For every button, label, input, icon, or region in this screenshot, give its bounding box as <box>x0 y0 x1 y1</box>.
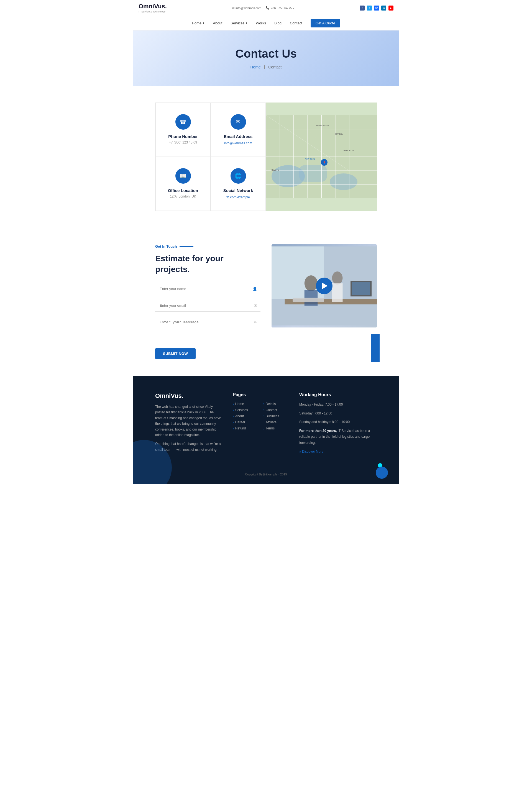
hero-section: Contact Us Home | Contact <box>133 31 399 86</box>
location-title: Office Location <box>161 188 205 193</box>
svg-point-30 <box>332 271 343 285</box>
nav-services[interactable]: Services + <box>230 21 247 25</box>
map: MANHATTAN HARLEM BROOKLYN Bayonne New Yo… <box>266 102 377 211</box>
phone-card: ☎ Phone Number +7 (800) 123 45 69 <box>155 103 211 157</box>
nav-about[interactable]: About <box>213 21 222 25</box>
footer-hours: Working Hours Monday - Friday: 7:00 - 17… <box>299 392 377 456</box>
site-footer: OmniVus. The web has changed a lot since… <box>133 376 399 484</box>
footer-link-contact[interactable]: Contact <box>263 408 288 412</box>
tag-line <box>179 246 193 247</box>
svg-rect-32 <box>292 298 324 302</box>
email-field-group: ✉ <box>155 300 261 312</box>
footer-link-about[interactable]: About <box>233 414 258 418</box>
footer-brand: OmniVus. The web has changed a lot since… <box>155 392 222 456</box>
footer-hours-desc: For more then 30 years, IT Service has b… <box>299 428 377 446</box>
footer-link-business[interactable]: Business <box>263 414 288 418</box>
behance-link[interactable]: Bē <box>374 5 379 11</box>
email-icon: ✉ <box>230 114 246 130</box>
edit-icon: ✏ <box>254 320 257 324</box>
footer-link-terms[interactable]: Terms <box>263 426 288 430</box>
nav-works[interactable]: Works <box>256 21 266 25</box>
name-input[interactable] <box>155 283 261 295</box>
footer-link-details[interactable]: Details <box>263 402 288 406</box>
footer-dot-blue <box>376 466 388 479</box>
breadcrumb-current: Contact <box>268 65 282 69</box>
estimate-video-area <box>271 244 377 359</box>
estimate-section: Get In Touch Estimate for your projects.… <box>133 228 399 376</box>
breadcrumb-separator: | <box>264 65 265 69</box>
footer-hours-saturday: Saturday: 7:00 - 12:00 <box>299 410 377 417</box>
svg-rect-34 <box>352 282 370 295</box>
site-header: OmniVus. IT Service & Technology ✉ info@… <box>133 0 399 16</box>
contact-cards: ☎ Phone Number +7 (800) 123 45 69 ✉ Emai… <box>155 102 266 211</box>
social-card: 🌐 Social Network fb.com/example <box>211 157 266 211</box>
email-card: ✉ Email Address info@webmail.com <box>211 103 266 157</box>
footer-pages-title: Pages <box>233 392 288 397</box>
footer-link-home[interactable]: Home <box>233 402 258 406</box>
submit-button[interactable]: Submit Now <box>155 348 196 359</box>
contact-info-section: ☎ Phone Number +7 (800) 123 45 69 ✉ Emai… <box>133 86 399 228</box>
footer-link-career[interactable]: Career <box>233 420 258 424</box>
phone-icon: 📞 <box>266 6 270 10</box>
page-title: Contact Us <box>138 47 394 60</box>
location-icon: 📖 <box>175 168 191 184</box>
svg-text:MANHATTAN: MANHATTAN <box>316 125 329 127</box>
nav-home[interactable]: Home + <box>192 21 205 25</box>
svg-rect-3 <box>299 165 327 182</box>
footer-link-services[interactable]: Services <box>233 408 258 412</box>
main-nav: Home + About Services + Works Blog Conta… <box>133 16 399 31</box>
footer-pages-list: Home Details Services Contact About Busi… <box>233 402 288 430</box>
breadcrumb-home[interactable]: Home <box>250 65 261 69</box>
phone-value: +7 (800) 123 45 69 <box>161 140 205 144</box>
nav-contact[interactable]: Contact <box>290 21 302 25</box>
svg-rect-31 <box>332 283 343 302</box>
svg-text:Bayonne: Bayonne <box>271 169 279 171</box>
tag-label: Get In Touch <box>155 244 177 249</box>
estimate-form-area: Get In Touch Estimate for your projects.… <box>155 244 261 359</box>
svg-point-28 <box>305 275 318 291</box>
logo-text: OmniVus. <box>138 3 167 10</box>
facebook-link[interactable]: f <box>360 5 365 11</box>
header-phone: 📞 786 875 864 75 7 <box>266 6 294 10</box>
email-input[interactable] <box>155 300 261 312</box>
twitter-link[interactable]: t <box>367 5 372 11</box>
social-links: f t Bē in ▶ <box>360 5 394 11</box>
email-icon: ✉ <box>232 6 234 10</box>
hours-highlight: For more then 30 years, <box>299 429 337 433</box>
name-field-group: 👤 <box>155 283 261 295</box>
logo[interactable]: OmniVus. IT Service & Technology <box>138 3 167 13</box>
svg-text:BROOKLYN: BROOKLYN <box>344 150 354 152</box>
video-image <box>271 244 377 327</box>
footer-pages: Pages Home Details Services Contact Abou… <box>233 392 288 456</box>
footer-link-affiliate[interactable]: Affiliate <box>263 420 288 424</box>
logo-subtitle: IT Service & Technology <box>138 10 167 13</box>
play-button[interactable] <box>316 277 332 294</box>
email-value[interactable]: info@webmail.com <box>224 141 252 145</box>
social-title: Social Network <box>216 188 260 193</box>
social-value[interactable]: fb.com/example <box>226 195 250 199</box>
footer-hours-weekday: Monday - Friday: 7:00 - 17:00 <box>299 402 377 408</box>
footer-brand-desc1: The web has changed a lot since Vitaly p… <box>155 404 222 438</box>
discover-more-link[interactable]: » Discover More <box>299 449 323 454</box>
location-card: 📖 Office Location 12/A, London, UK <box>155 157 211 211</box>
youtube-link[interactable]: ▶ <box>388 5 394 11</box>
email-title: Email Address <box>216 134 260 139</box>
footer-hours-sunday: Sunday and holidays: 8:00 - 10:00 <box>299 419 377 425</box>
header-contact: ✉ info@webmail.com 📞 786 875 864 75 7 <box>232 6 294 10</box>
footer-link-refund[interactable]: Refund <box>233 426 258 430</box>
svg-text:📍: 📍 <box>323 161 326 165</box>
nav-blog[interactable]: Blog <box>274 21 282 25</box>
svg-text:New York: New York <box>305 158 315 160</box>
footer-grid: OmniVus. The web has changed a lot since… <box>155 392 377 456</box>
envelope-icon: ✉ <box>254 303 257 308</box>
phone-icon: ☎ <box>175 114 191 130</box>
linkedin-link[interactable]: in <box>381 5 386 11</box>
message-input[interactable] <box>155 316 261 338</box>
location-value: 12/A, London, UK <box>161 194 205 198</box>
breadcrumb: Home | Contact <box>138 65 394 69</box>
footer-brand-name: OmniVus. <box>155 392 222 400</box>
estimate-title: Estimate for your projects. <box>155 253 261 274</box>
video-thumbnail[interactable] <box>271 244 377 327</box>
get-quote-button[interactable]: Get A Quote <box>310 19 340 27</box>
social-icon: 🌐 <box>230 168 246 184</box>
